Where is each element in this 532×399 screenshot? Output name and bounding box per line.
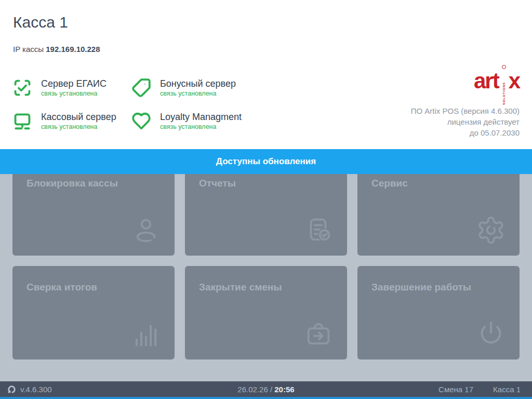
status-bar: 26.02.26 / 20:56 v.4.6.300 Смена 17 Касс… bbox=[0, 381, 532, 397]
tile-label: Блокировка кассы bbox=[26, 178, 118, 189]
monitor-icon bbox=[12, 111, 32, 131]
logo-text-art: art bbox=[474, 70, 499, 92]
tile-label: Сервис bbox=[371, 178, 408, 189]
server-loyalty: Loyalty Managment связь установлена bbox=[131, 111, 277, 131]
ip-address: IP кассы 192.169.10.228 bbox=[13, 45, 100, 54]
ip-value: 192.169.10.228 bbox=[46, 45, 100, 54]
server-status-list: Сервер ЕГАИС связь установлена Бонусный … bbox=[12, 78, 277, 131]
artix-mark-icon bbox=[7, 385, 16, 394]
tile-label: Сверка итогов bbox=[26, 282, 97, 293]
shift-register-block: Смена 17 Касса 1 bbox=[438, 385, 532, 394]
datetime-separator: / bbox=[268, 385, 275, 394]
briefcase-arrow-icon bbox=[303, 319, 334, 349]
tile-shutdown[interactable]: Завершение работы bbox=[357, 266, 520, 360]
product-version-line: ПО Artix POS (версия 4.6.300) bbox=[364, 105, 520, 116]
updates-notification-bar[interactable]: Доступны обновления bbox=[0, 149, 532, 174]
license-line-2: до 05.07.2030 bbox=[364, 127, 520, 138]
date-value: 26.02.26 bbox=[237, 385, 268, 394]
logo-ring-icon bbox=[502, 65, 506, 69]
header: Касса 1 IP кассы 192.169.10.228 Сервер Е… bbox=[0, 0, 532, 149]
time-value: 20:56 bbox=[274, 385, 294, 394]
server-status: связь установлена bbox=[41, 123, 116, 130]
report-check-icon bbox=[303, 215, 334, 245]
tile-label: Закрытие смены bbox=[199, 282, 282, 293]
server-status: связь установлена bbox=[160, 123, 242, 130]
brand-block: art solutions x ПО Artix POS (версия 4.6… bbox=[364, 64, 520, 138]
shift-label: Смена 17 bbox=[438, 385, 473, 394]
register-label: Касса 1 bbox=[493, 385, 521, 394]
tile-lock-register[interactable]: Блокировка кассы bbox=[12, 162, 175, 256]
artix-logo: art solutions x bbox=[364, 64, 520, 102]
license-line-1: лицензия действует bbox=[364, 116, 520, 127]
power-icon bbox=[476, 319, 506, 349]
page-title: Касса 1 bbox=[13, 14, 68, 31]
server-name: Loyalty Managment bbox=[160, 111, 242, 123]
server-bonus: Бонусный сервер связь установлена bbox=[131, 78, 277, 98]
ip-label: IP кассы bbox=[13, 45, 46, 54]
updates-notification-text: Доступны обновления bbox=[216, 156, 316, 167]
scan-check-icon bbox=[12, 78, 32, 98]
gear-icon bbox=[476, 215, 506, 245]
server-name: Сервер ЕГАИС bbox=[41, 78, 107, 89]
bottom-accent-strip bbox=[0, 397, 532, 399]
logo-text-solutions: solutions bbox=[502, 71, 506, 105]
tile-label: Завершение работы bbox=[371, 282, 471, 293]
bar-chart-icon bbox=[131, 319, 161, 349]
version-block: v.4.6.300 bbox=[0, 385, 52, 394]
server-cash: Кассовый сервер связь установлена bbox=[12, 111, 131, 131]
logo-i-column: solutions bbox=[501, 65, 507, 105]
server-name: Кассовый сервер bbox=[41, 111, 116, 123]
tag-icon bbox=[131, 78, 151, 98]
server-name: Бонусный сервер bbox=[160, 78, 236, 89]
server-egais: Сервер ЕГАИС связь установлена bbox=[12, 78, 131, 98]
tile-totals-check[interactable]: Сверка итогов bbox=[12, 266, 175, 360]
tile-reports[interactable]: Отчеты bbox=[185, 162, 347, 256]
version-label: v.4.6.300 bbox=[20, 385, 52, 394]
tile-service[interactable]: Сервис bbox=[357, 162, 520, 256]
logo-text-x: x bbox=[509, 70, 520, 92]
user-icon bbox=[131, 215, 161, 245]
tiles-area: Блокировка кассы Отчеты Сервис Сверка ит… bbox=[0, 149, 532, 381]
heart-icon bbox=[131, 111, 151, 131]
license-info: ПО Artix POS (версия 4.6.300) лицензия д… bbox=[364, 105, 520, 138]
server-status: связь установлена bbox=[160, 90, 236, 97]
tile-close-shift[interactable]: Закрытие смены bbox=[185, 266, 347, 360]
server-status: связь установлена bbox=[41, 90, 107, 97]
tile-label: Отчеты bbox=[199, 178, 236, 189]
